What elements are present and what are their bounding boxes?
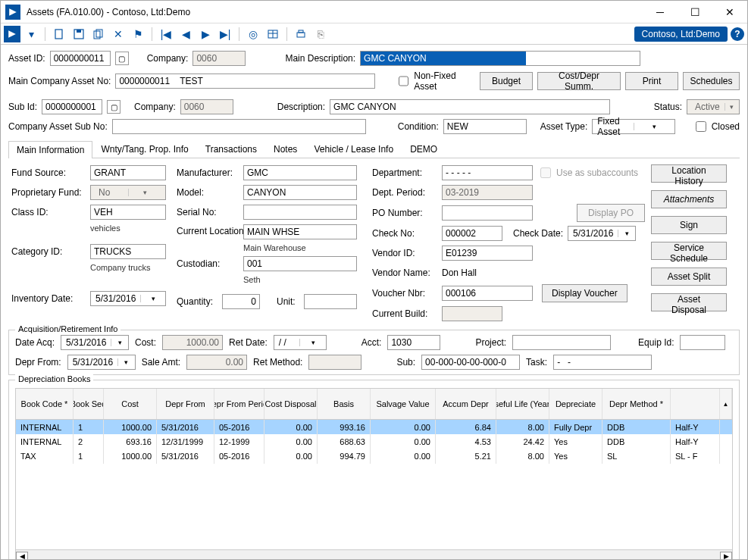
col-depreciate[interactable]: Depreciate — [549, 389, 602, 419]
co-asset-sub-input[interactable] — [112, 119, 366, 134]
close-button[interactable]: ✕ — [712, 1, 747, 23]
minimize-button[interactable]: ─ — [643, 1, 678, 23]
col-basis[interactable]: Basis — [318, 389, 371, 419]
manufacturer-input[interactable] — [243, 165, 357, 180]
col-extra[interactable] — [671, 389, 720, 419]
quantity-input[interactable] — [222, 294, 260, 309]
col-depr-from-period[interactable]: Depr From Period — [214, 389, 264, 419]
tab-vehicle-lease[interactable]: Vehicle / Lease Info — [305, 140, 402, 158]
category-id-input[interactable] — [90, 244, 166, 259]
tab-main-information[interactable]: Main Information — [8, 141, 92, 158]
table-row[interactable]: TAX11000.005/31/201605-20160.00994.790.0… — [16, 449, 732, 463]
company-pill[interactable]: Contoso, Ltd:Demo — [634, 27, 728, 42]
budget-button[interactable]: Budget — [480, 72, 533, 90]
location-history-button[interactable]: Location History — [651, 164, 727, 183]
copy-icon[interactable] — [89, 26, 108, 42]
grid-vscroll[interactable]: ▲ — [720, 389, 732, 419]
condition-input[interactable] — [443, 119, 527, 134]
voucher-nbr-input[interactable] — [442, 286, 533, 301]
col-salvage[interactable]: Salvage Value — [371, 389, 436, 419]
help-icon[interactable]: ? — [731, 27, 744, 41]
date-acq-input[interactable]: 5/31/2016▾ — [61, 335, 129, 350]
col-useful[interactable]: Useful Life (Years) — [496, 389, 549, 419]
service-schedule-button[interactable]: Service Schedule — [651, 242, 727, 260]
department-input[interactable] — [442, 165, 533, 180]
acct-input[interactable] — [387, 335, 440, 350]
col-book-code[interactable]: Book Code * — [16, 389, 74, 419]
asset-disposal-button[interactable]: Asset Disposal — [651, 293, 727, 311]
next-record-icon[interactable]: ▶ — [196, 26, 214, 42]
equip-id-input[interactable] — [680, 335, 725, 350]
export-icon[interactable]: ⎘ — [311, 26, 330, 42]
tab-wnty-tang[interactable]: Wnty/Tang. Prop. Info — [92, 140, 196, 158]
unit-input[interactable] — [304, 294, 357, 309]
target-icon[interactable]: ◎ — [244, 26, 262, 42]
main-co-asset-input[interactable] — [115, 74, 374, 89]
sub-id-input[interactable] — [42, 99, 102, 114]
run-dropdown[interactable]: ▾ — [22, 26, 40, 42]
prev-record-icon[interactable]: ◀ — [177, 26, 195, 42]
sign-button[interactable]: Sign — [651, 216, 727, 234]
check-no-input[interactable] — [442, 226, 502, 241]
table-row[interactable]: INTERNAL2693.1612/31/199912-19990.00688.… — [16, 434, 732, 449]
asset-id-input[interactable] — [50, 51, 111, 66]
cell-book_seq: 2 — [74, 434, 104, 449]
tab-notes[interactable]: Notes — [265, 140, 305, 158]
last-record-icon[interactable]: ▶| — [216, 26, 234, 42]
asset-split-button[interactable]: Asset Split — [651, 267, 727, 286]
tab-transactions[interactable]: Transactions — [197, 140, 265, 158]
fund-source-input[interactable] — [90, 165, 166, 180]
inventory-date-input[interactable]: 5/31/2016▾ — [90, 291, 166, 306]
col-depr-method[interactable]: Depr Method * — [602, 389, 671, 419]
content: Asset ID: ▢ Company: Main Description: G… — [1, 45, 747, 559]
schedules-button[interactable]: Schedules — [683, 72, 740, 90]
current-location-input[interactable] — [243, 224, 357, 239]
grid-hscroll[interactable]: ◀ ▶ — [16, 549, 732, 559]
asset-id-lookup-icon[interactable]: ▢ — [115, 52, 129, 65]
tab-demo[interactable]: DEMO — [402, 140, 446, 158]
display-voucher-button[interactable]: Display Voucher — [542, 284, 628, 302]
col-cost[interactable]: Cost — [104, 389, 157, 419]
print-button[interactable]: Print — [625, 72, 678, 90]
model-input[interactable] — [243, 185, 357, 200]
col-accum[interactable]: Accum Depr — [436, 389, 496, 419]
custodian-input[interactable] — [243, 256, 357, 271]
cell-salvage: 0.00 — [371, 434, 436, 449]
save-icon[interactable] — [70, 26, 88, 42]
project-input[interactable] — [512, 335, 611, 350]
scroll-left-icon[interactable]: ◀ — [16, 552, 28, 560]
check-date-input[interactable]: 5/31/2016▾ — [568, 226, 636, 241]
grid-icon[interactable] — [264, 26, 282, 42]
first-record-icon[interactable]: |◀ — [157, 26, 175, 42]
vendor-id-input[interactable] — [442, 246, 533, 261]
cell-depr_from: 5/31/2016 — [157, 449, 214, 464]
print-icon[interactable] — [292, 26, 310, 42]
serial-input[interactable] — [243, 205, 357, 220]
new-icon[interactable] — [50, 26, 68, 42]
maximize-button[interactable]: ☐ — [678, 1, 712, 23]
attachments-button[interactable]: Attachments — [651, 190, 727, 208]
delete-icon[interactable]: ✕ — [109, 26, 127, 42]
prop-fund-select[interactable]: No▾ — [90, 185, 166, 200]
asset-type-select[interactable]: Fixed Asset▾ — [592, 119, 675, 134]
col-book-seq[interactable]: Book Seq — [74, 389, 104, 419]
flag-icon[interactable]: ⚑ — [129, 26, 147, 42]
sub-id-lookup-icon[interactable]: ▢ — [107, 100, 120, 114]
grid-body[interactable]: INTERNAL11000.005/31/201605-20160.00993.… — [16, 420, 732, 549]
cost-depr-summ-button[interactable]: Cost/Depr Summ. — [537, 72, 621, 90]
closed-checkbox[interactable]: Closed — [693, 119, 740, 134]
task-input[interactable] — [553, 355, 652, 370]
scroll-right-icon[interactable]: ▶ — [720, 552, 732, 560]
col-cost-disposal[interactable]: Cost Disposal — [264, 389, 318, 419]
po-number-input[interactable] — [442, 205, 533, 221]
depr-from-input[interactable]: 5/31/2016▾ — [67, 355, 136, 370]
ret-date-input[interactable]: / /▾ — [274, 335, 327, 350]
run-button[interactable] — [4, 26, 20, 42]
class-id-input[interactable] — [90, 205, 166, 220]
table-row[interactable]: INTERNAL11000.005/31/201605-20160.00993.… — [16, 420, 732, 434]
sub-acct-input[interactable] — [421, 355, 520, 370]
non-fixed-asset-checkbox[interactable]: Non-Fixed Asset — [396, 70, 471, 92]
sub-desc-input[interactable] — [330, 99, 610, 114]
col-depr-from[interactable]: Depr From — [157, 389, 214, 419]
cell-salvage: 0.00 — [371, 449, 436, 464]
